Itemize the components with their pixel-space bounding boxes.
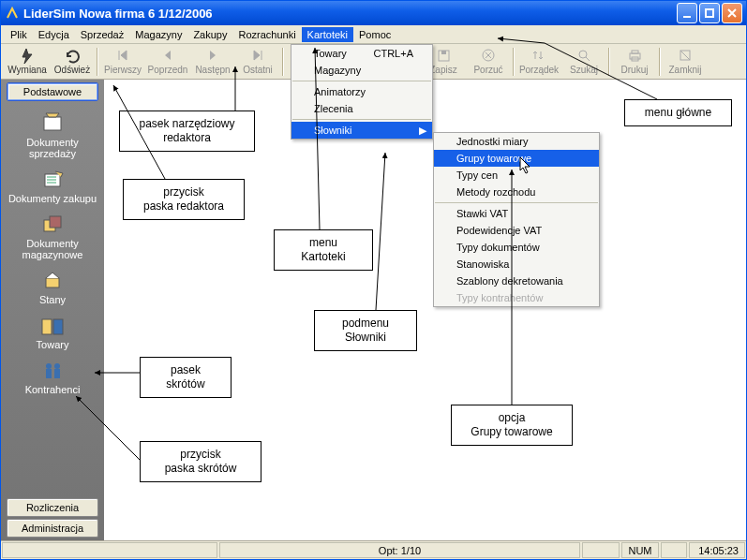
shortcut-store[interactable]: Dokumentymagazynowe (1, 209, 104, 263)
first-icon (114, 49, 131, 64)
status-blank2 (661, 542, 687, 558)
annotation-menu-kartoteki: menuKartoteki (274, 229, 373, 271)
menuitem-towary[interactable]: TowaryCTRL+A (291, 45, 432, 62)
bolt-icon (19, 49, 36, 64)
annotation-pasek-narzedziowy: pasek narzędziowyredaktora (119, 111, 255, 152)
sort-icon (530, 49, 547, 64)
toolbar-poprzedn: Poprzedn (145, 45, 190, 79)
svg-rect-0 (683, 16, 691, 18)
prev-icon (159, 49, 176, 64)
menuitem-metody-rozchodu[interactable]: Metody rozchodu (434, 184, 599, 200)
toolbar-porzuć: Porzuć (466, 45, 511, 79)
toolbar-odśwież[interactable]: Odśwież (50, 45, 95, 79)
annotation-podmenu-slowniki: podmenuSłowniki (314, 310, 417, 351)
save-icon (435, 49, 452, 64)
annotation-pasek-skrotow: pasekskrótów (140, 357, 232, 398)
maximize-button[interactable] (699, 3, 720, 23)
svg-rect-16 (46, 278, 59, 287)
shortcut-people[interactable]: Kontrahenci (1, 355, 104, 398)
status-bar: Opt: 1/10 NUM 14:05:23 (1, 540, 746, 559)
svg-rect-17 (42, 319, 52, 334)
goods-icon (37, 313, 67, 339)
menu-separator (435, 202, 598, 203)
status-left (2, 542, 217, 558)
svg-rect-15 (50, 216, 61, 228)
menu-plik[interactable]: Plik (5, 27, 33, 42)
title-bar: LiderSim Nowa firma 6 1/12/2006 (1, 1, 746, 25)
menuitem-stawki-vat[interactable]: Stawki VAT (434, 205, 599, 222)
shortcut-sale[interactable]: Dokumentysprzedaży (1, 108, 104, 162)
sidebar-tab-administracja[interactable]: Administracja (7, 519, 98, 538)
sidebar-tab-rozliczenia[interactable]: Rozliczenia (7, 498, 98, 517)
menuitem-szablony-dekretowania[interactable]: Szablony dekretowania (434, 273, 599, 289)
shortcut-stock[interactable]: Stany (1, 265, 104, 308)
toolbar-następn: Następn (190, 45, 235, 79)
status-blank (582, 542, 620, 558)
menu-kartoteki[interactable]: Kartoteki (302, 27, 353, 42)
next-icon (204, 49, 221, 64)
svg-rect-18 (53, 319, 63, 334)
toolbar-separator (513, 48, 515, 76)
menu-zakupy[interactable]: Zakupy (187, 27, 232, 42)
svg-point-7 (579, 51, 587, 58)
menu-magazyny[interactable]: Magazyny (129, 27, 187, 42)
menu-bar: PlikEdycjaSprzedażMagazynyZakupyRozrachu… (1, 25, 746, 44)
annotation-przycisk-paska-skrotow: przyciskpaska skrótów (140, 441, 261, 482)
submenu-arrow-icon: ▶ (419, 125, 426, 137)
svg-rect-12 (44, 117, 61, 130)
menu-separator (292, 119, 431, 120)
menuitem-typy-kontrahentów: Typy kontrahentów (434, 289, 599, 306)
toolbar-separator (608, 48, 610, 76)
menu-edycja[interactable]: Edycja (33, 27, 75, 42)
close-icon (677, 49, 694, 64)
minimize-button[interactable] (677, 3, 697, 23)
store-icon (37, 212, 67, 238)
menuitem-typy-cen[interactable]: Typy cen (434, 167, 599, 184)
people-icon (37, 358, 67, 384)
annotation-menu-glowne: menu główne (624, 99, 732, 126)
stock-icon (37, 268, 67, 294)
svg-rect-1 (706, 9, 713, 17)
svg-rect-5 (441, 51, 446, 54)
shortcut-goods[interactable]: Towary (1, 310, 104, 353)
app-icon (5, 6, 20, 21)
toolbar-wymiana[interactable]: Wymiana (5, 45, 50, 79)
menu-sprzedaż[interactable]: Sprzedaż (75, 27, 129, 42)
svg-point-21 (54, 363, 60, 369)
menuitem-grupy-towarowe[interactable]: Grupy towarowe (434, 150, 599, 167)
menuitem-magazyny[interactable]: Magazyny (291, 62, 432, 79)
toolbar-szukaj: Szukaj (561, 45, 606, 79)
svg-rect-22 (54, 369, 60, 378)
status-num: NUM (621, 542, 659, 558)
menuitem-typy-dokumentów[interactable]: Typy dokumentów (434, 239, 599, 256)
menuitem-słowniki[interactable]: Słowniki▶ (291, 122, 432, 139)
window-title: LiderSim Nowa firma 6 1/12/2006 (23, 7, 675, 21)
menuitem-stanowiska[interactable]: Stanowiska (434, 256, 599, 273)
svg-rect-9 (632, 51, 638, 53)
svg-point-19 (46, 363, 52, 369)
annotation-opcja-grupy: opcjaGrupy towarowe (451, 405, 573, 446)
toolbar-drukuj: Drukuj (612, 45, 657, 79)
menu-pomoc[interactable]: Pomoc (353, 27, 396, 42)
menu-kartoteki-dropdown: TowaryCTRL+AMagazynyAnimatorzyZleceniaSł… (291, 44, 433, 140)
menuitem-jednostki-miary[interactable]: Jednostki miary (434, 133, 599, 150)
svg-rect-20 (46, 369, 52, 378)
menuitem-animatorzy[interactable]: Animatorzy (291, 83, 432, 100)
toolbar-porządek: Porządek (516, 45, 561, 79)
refresh-icon (64, 49, 81, 64)
menu-rozrachunki[interactable]: Rozrachunki (232, 27, 301, 42)
search-icon (575, 49, 592, 64)
toolbar-separator (659, 48, 661, 76)
toolbar-separator (282, 48, 284, 76)
shortcut-buy[interactable]: Dokumenty zakupu (1, 164, 104, 207)
status-center: Opt: 1/10 (219, 542, 580, 558)
submenu-slowniki: Jednostki miaryGrupy towaroweTypy cenMet… (433, 132, 600, 307)
sidebar-tab-podstawowe[interactable]: Podstawowe (7, 82, 98, 101)
cancel-icon (480, 49, 497, 64)
close-button[interactable] (722, 3, 742, 23)
menuitem-podewidencje-vat[interactable]: Podewidencje VAT (434, 222, 599, 239)
toolbar-zamknij: Zamknij (663, 45, 708, 79)
status-time: 14:05:23 (689, 542, 745, 558)
last-icon (249, 49, 266, 64)
menuitem-zlecenia[interactable]: Zlecenia (291, 100, 432, 117)
